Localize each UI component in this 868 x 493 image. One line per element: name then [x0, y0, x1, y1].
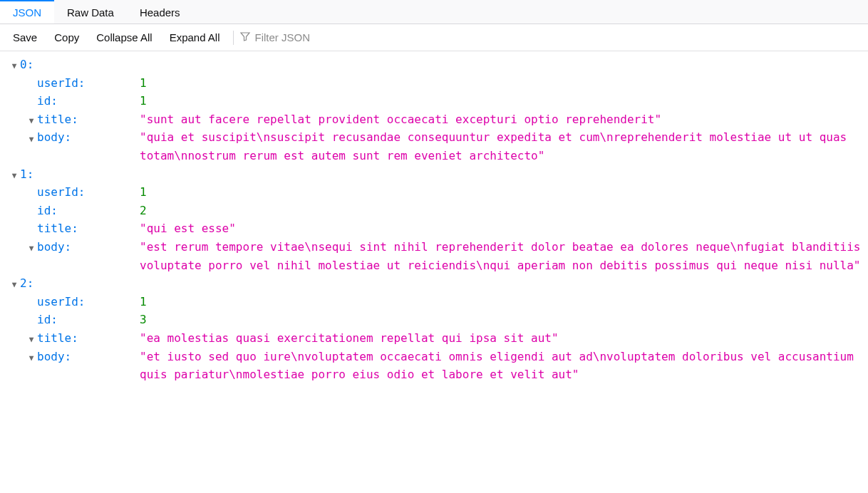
chevron-down-icon[interactable]: ▼	[9, 274, 20, 291]
json-key: userId:	[37, 74, 140, 93]
json-key: id:	[37, 202, 140, 220]
json-value-number: 1	[140, 74, 153, 93]
toolbar-separator	[233, 31, 234, 45]
funnel-icon	[239, 31, 251, 44]
json-key: body:	[37, 128, 140, 147]
json-key: userId:	[37, 293, 140, 311]
json-value-string: "sunt aut facere repellat provident occa…	[140, 110, 667, 129]
toolbar: Save Copy Collapse All Expand All	[0, 24, 868, 51]
json-key: 2:	[20, 274, 33, 293]
tree-row[interactable]: ▼ userId: 1	[26, 293, 868, 311]
json-key: 0:	[20, 56, 33, 74]
json-key: body:	[37, 348, 140, 366]
tree-row[interactable]: ▼ body: "est rerum tempore vitae\nsequi …	[26, 238, 868, 274]
tree-row[interactable]: ▼ id: 3	[26, 311, 868, 329]
json-value-string: "quia et suscipit\nsuscipit recusandae c…	[140, 128, 868, 165]
json-value-number: 3	[140, 311, 153, 329]
chevron-down-icon[interactable]: ▼	[26, 110, 37, 128]
filter-wrap	[239, 31, 391, 44]
save-button[interactable]: Save	[6, 28, 44, 46]
json-key: 1:	[20, 165, 33, 184]
tree-row[interactable]: ▼ userId: 1	[26, 183, 868, 202]
json-value-string: "qui est esse"	[140, 219, 242, 238]
json-value-string: "ea molestias quasi exercitationem repel…	[140, 329, 564, 348]
tabs-bar: JSON Raw Data Headers	[0, 0, 868, 24]
tree-row[interactable]: ▼ id: 1	[26, 92, 868, 110]
collapse-all-button[interactable]: Collapse All	[89, 28, 159, 46]
tree-row[interactable]: ▼ body: "et iusto sed quo iure\nvoluptat…	[26, 348, 868, 384]
json-value-number: 1	[140, 92, 153, 110]
tab-headers[interactable]: Headers	[127, 0, 193, 24]
chevron-down-icon[interactable]: ▼	[26, 238, 37, 255]
json-key: id:	[37, 311, 140, 329]
tab-json[interactable]: JSON	[0, 0, 54, 24]
json-key: title:	[37, 219, 140, 238]
json-key: userId:	[37, 183, 140, 202]
json-value-number: 2	[140, 202, 153, 220]
tree-row[interactable]: ▼ id: 2	[26, 202, 868, 220]
chevron-down-icon[interactable]: ▼	[26, 128, 37, 145]
tree-row[interactable]: ▼ title: "sunt aut facere repellat provi…	[26, 110, 868, 129]
json-key: title:	[37, 110, 140, 129]
tree-row-index[interactable]: ▼ 0:	[9, 56, 868, 74]
chevron-down-icon[interactable]: ▼	[26, 348, 37, 365]
expand-all-button[interactable]: Expand All	[162, 28, 227, 46]
tree-row-index[interactable]: ▼ 2:	[9, 274, 868, 293]
filter-json-input[interactable]	[255, 31, 391, 43]
json-key: id:	[37, 92, 140, 110]
json-key: title:	[37, 329, 140, 348]
tree-row-index[interactable]: ▼ 1:	[9, 165, 868, 184]
tree-row[interactable]: ▼ title: "qui est esse"	[26, 219, 868, 238]
chevron-down-icon[interactable]: ▼	[9, 56, 20, 73]
copy-button[interactable]: Copy	[47, 28, 86, 46]
tree-row[interactable]: ▼ userId: 1	[26, 74, 868, 93]
tree-row[interactable]: ▼ title: "ea molestias quasi exercitatio…	[26, 329, 868, 348]
json-value-string: "est rerum tempore vitae\nsequi sint nih…	[140, 238, 868, 274]
tree-row[interactable]: ▼ body: "quia et suscipit\nsuscipit recu…	[26, 128, 868, 165]
json-value-string: "et iusto sed quo iure\nvoluptatem occae…	[140, 348, 868, 384]
json-key: body:	[37, 238, 140, 256]
tab-raw-data[interactable]: Raw Data	[54, 0, 127, 24]
chevron-down-icon[interactable]: ▼	[26, 329, 37, 346]
json-value-number: 1	[140, 293, 153, 311]
json-tree: ▼ 0: ▼ userId: 1 ▼ id: 1 ▼ title: "sunt …	[0, 51, 868, 391]
json-value-number: 1	[140, 183, 153, 202]
chevron-down-icon[interactable]: ▼	[9, 165, 20, 182]
